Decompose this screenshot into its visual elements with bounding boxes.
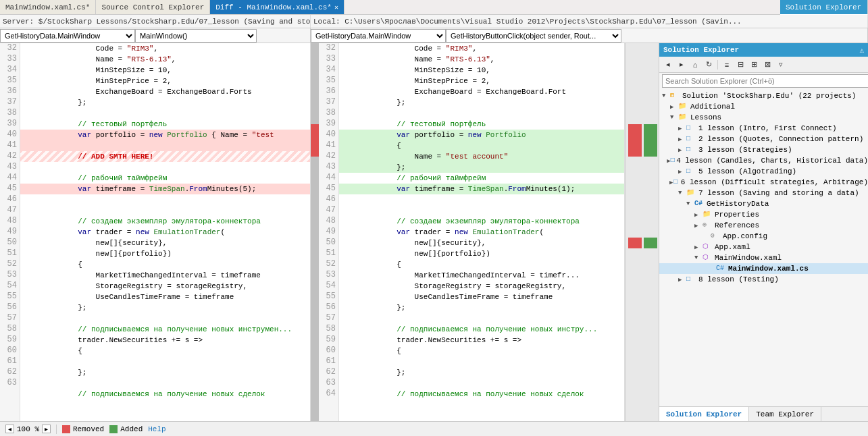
right-class-dropdown[interactable]: GetHistoryData.MainWindow — [311, 29, 446, 43]
se-tree: ▼ ⊞ Solution 'StockSharp.Edu' (22 projec… — [659, 89, 868, 406]
se-home-btn[interactable]: ⌂ — [689, 59, 701, 71]
tree-item-lesson6[interactable]: ▶ □ 6 lesson (Difficult strategies, Arbi… — [659, 177, 868, 188]
tree-item-lesson8[interactable]: ▶ □ 8 lesson (Testing) — [659, 274, 868, 285]
se-settings-btn[interactable]: ≡ — [721, 59, 733, 71]
project-icon-lesson4: □ — [671, 156, 675, 165]
tree-item-additional[interactable]: ▶ 📁 Additional — [659, 101, 868, 112]
zoom-decrease-btn[interactable]: ◂ — [5, 425, 14, 433]
tree-item-lesson7[interactable]: ▼ 📁 7 lesson (Saving and storing a data) — [659, 188, 868, 198]
right-method-dropdown[interactable]: GetHistoryButtonClick(object sender, Rou… — [446, 29, 621, 43]
se-collapse-btn[interactable]: ⊟ — [734, 59, 746, 71]
tab-mainwindow-cs-label: MainWindow.xaml.cs* — [5, 3, 90, 11]
se-title: Solution Explorer — [663, 46, 739, 54]
diff-marker-2 — [628, 238, 657, 248]
tree-item-appconfig[interactable]: ⚙ App.config — [659, 231, 868, 242]
additional-label: Additional — [690, 103, 735, 111]
tree-item-lesson5[interactable]: ▶ □ 5 lesson (Algotrading) — [659, 166, 868, 177]
se-search-input[interactable] — [662, 74, 868, 88]
left-method-dropdown[interactable]: MainWindow() — [135, 29, 257, 43]
diff-added-box-2 — [644, 238, 657, 248]
se-toolbar: ◂ ▸ ⌂ ↻ ≡ ⊟ ⊞ ⊠ ▿ — [659, 57, 868, 73]
se-view-btn[interactable]: ⊠ — [761, 59, 773, 71]
se-props-btn[interactable]: ⊞ — [748, 59, 760, 71]
tree-arrow-solution[interactable]: ▼ — [662, 92, 670, 99]
se-header: Solution Explorer ⚠ — [659, 43, 868, 57]
lesson2-label: 2 lesson (Quotes, Connection pattern) — [698, 135, 863, 143]
folder-icon-additional: 📁 — [678, 102, 689, 111]
lesson4-label: 4 lesson (Candles, Charts, Historical da… — [676, 157, 868, 165]
tree-item-lesson3[interactable]: ▶ □ 3 lesson (Strategies) — [659, 144, 868, 155]
tree-arrow-lesson5[interactable]: ▶ — [678, 168, 686, 175]
legend-added: Added — [109, 425, 143, 433]
left-code-text: Code = "RIM3", Name = "RTS-6.13", MinSte… — [20, 43, 310, 421]
se-tab-solution-label: Solution Explorer — [666, 410, 742, 418]
se-back-btn[interactable]: ◂ — [662, 59, 674, 71]
tab-source-control-label: Source Control Explorer — [101, 3, 204, 11]
tree-item-lesson2[interactable]: ▶ □ 2 lesson (Quotes, Connection pattern… — [659, 134, 868, 144]
tree-item-lesson1[interactable]: ▶ □ 1 lesson (Intro, First Connect) — [659, 123, 868, 134]
se-forward-btn[interactable]: ▸ — [675, 59, 688, 71]
status-bar: ◂ 100 % ▸ Removed Added Help — [0, 421, 868, 436]
legend-added-label: Added — [120, 425, 143, 433]
tree-arrow-gethistory[interactable]: ▼ — [686, 200, 694, 207]
lesson1-label: 1 lesson (Intro, First Connect) — [698, 124, 837, 132]
left-dropdowns: GetHistoryData.MainWindow MainWindow() — [0, 28, 311, 43]
diff-marker-1 — [628, 124, 657, 157]
tree-item-lesson4[interactable]: ▶ □ 4 lesson (Candles, Charts, Historica… — [659, 155, 868, 166]
tab-source-control[interactable]: Source Control Explorer — [96, 0, 210, 14]
tree-item-gethistory[interactable]: ▼ C# GetHistoryData — [659, 198, 868, 209]
tab-diff-label: Diff - MainWindow.xaml.cs* — [215, 3, 332, 11]
tree-arrow-references[interactable]: ▶ — [694, 222, 703, 229]
tree-item-mainwindow-cs[interactable]: C# MainWindow.xaml.cs — [659, 263, 868, 274]
legend-removed: Removed — [62, 425, 104, 433]
right-code-text: Code = "RIM3", Name = "RTS-6.13", MinSte… — [339, 43, 624, 421]
se-tab-team[interactable]: Team Explorer — [749, 407, 821, 421]
lesson3-label: 3 lesson (Strategies) — [698, 146, 792, 154]
tree-arrow-lessons[interactable]: ▼ — [670, 114, 678, 121]
se-refresh-btn[interactable]: ↻ — [703, 59, 715, 71]
se-bottom-tabs: Solution Explorer Team Explorer — [659, 406, 868, 421]
project-icon-lesson8: □ — [686, 275, 697, 284]
properties-label: Properties — [715, 211, 759, 219]
references-label: References — [715, 221, 759, 229]
dropdown-bar: GetHistoryData.MainWindow MainWindow() G… — [0, 28, 868, 43]
legend-help[interactable]: Help — [148, 425, 165, 433]
tree-arrow-lesson3[interactable]: ▶ — [678, 146, 686, 154]
zoom-increase-btn[interactable]: ▸ — [42, 425, 51, 433]
tree-item-appxaml[interactable]: ▶ ⬡ App.xaml — [659, 242, 868, 252]
tab-diff-close[interactable]: ✕ — [334, 3, 338, 11]
project-icon-lesson1: □ — [686, 124, 697, 133]
server-path: Server: $/StockSharp Lessons/StockSharp.… — [0, 15, 311, 28]
tree-arrow-additional[interactable]: ▶ — [670, 103, 678, 111]
se-warning-icon[interactable]: ⚠ — [859, 46, 864, 55]
xaml-icon-main: ⬡ — [703, 253, 713, 263]
left-class-dropdown[interactable]: GetHistoryData.MainWindow — [0, 29, 135, 43]
tree-arrow-mainwindow[interactable]: ▼ — [694, 254, 703, 261]
legend-help-label: Help — [148, 425, 165, 433]
se-filter-btn[interactable]: ▿ — [775, 59, 787, 71]
folder-icon-lessons: 📁 — [678, 113, 689, 122]
lessons-label: Lessons — [690, 113, 721, 121]
se-header-actions: ⚠ — [859, 46, 864, 55]
diff-minimap-left — [311, 43, 319, 421]
tree-arrow-lesson8[interactable]: ▶ — [678, 276, 686, 283]
csharp-project-icon: C# — [694, 199, 705, 209]
references-icon: ⊕ — [703, 221, 713, 230]
tree-arrow-lesson1[interactable]: ▶ — [678, 125, 686, 132]
tab-mainwindow-cs[interactable]: MainWindow.xaml.cs* — [0, 0, 96, 14]
tree-item-solution[interactable]: ▼ ⊞ Solution 'StockSharp.Edu' (22 projec… — [659, 90, 868, 101]
lesson7-label: 7 lesson (Saving and storing a data) — [698, 189, 859, 197]
tree-arrow-appxaml[interactable]: ▶ — [694, 244, 703, 251]
lesson5-label: 5 lesson (Algotrading) — [698, 167, 796, 175]
tree-arrow-properties[interactable]: ▶ — [694, 211, 703, 219]
tree-item-mainwindow-xaml[interactable]: ▼ ⬡ MainWindow.xaml — [659, 252, 868, 263]
tree-item-properties[interactable]: ▶ 📁 Properties — [659, 209, 868, 220]
tab-solution-explorer[interactable]: Solution Explorer — [780, 0, 868, 15]
tree-item-lessons[interactable]: ▼ 📁 Lessons — [659, 112, 868, 123]
se-tab-solution[interactable]: Solution Explorer — [659, 407, 749, 421]
tree-arrow-lesson2[interactable]: ▶ — [678, 136, 686, 143]
xaml-icon-app: ⬡ — [703, 242, 713, 252]
tree-arrow-lesson7[interactable]: ▼ — [678, 190, 686, 196]
tree-item-references[interactable]: ▶ ⊕ References — [659, 220, 868, 231]
tab-diff[interactable]: Diff - MainWindow.xaml.cs* ✕ — [210, 0, 344, 14]
